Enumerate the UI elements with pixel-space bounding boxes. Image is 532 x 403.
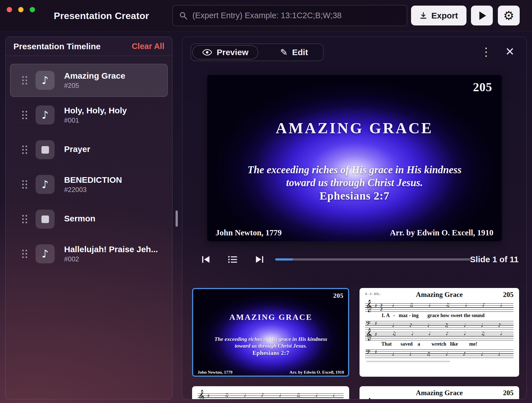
item-number: #205 (64, 82, 125, 90)
treble-clef-icon: 𝄞 (198, 392, 204, 399)
previous-slide-button[interactable] (199, 252, 213, 266)
notes-glyphs: ♫ ♩ ♩ ♪ ♩ ♫ ♩ (392, 331, 512, 336)
slide-preview: 205 AMAZING GRACE The exceeding riches o… (207, 75, 502, 241)
window-minimize-button[interactable] (18, 7, 24, 12)
time-signature: 32 (380, 303, 382, 311)
sheet-title: Amazing Grace (365, 291, 514, 299)
sharp-icon: ♯ (375, 303, 377, 309)
clear-all-button[interactable]: Clear All (132, 42, 164, 51)
treble-clef-icon: 𝄞 (366, 301, 372, 310)
sharp-icon: ♯ (207, 393, 210, 399)
treble-clef-icon: 𝄞 (366, 330, 372, 338)
timeline-header: Presentation Timeline Clear All (6, 37, 172, 56)
notes-glyphs: ♩ ♩ ♫ ♩ ♪ ♩ ♩ (392, 351, 512, 357)
present-button[interactable] (471, 6, 493, 25)
item-title: BENEDICTION (64, 175, 122, 185)
pencil-icon: ✎ (280, 47, 288, 58)
musical-staff: 𝄢 ♯ ♩ ♪ ♩ ♫ ♩ ♩ ♪ (365, 321, 514, 329)
thumbnail-sheet-music-3[interactable]: Amazing Grace 205 𝄞 ♯ ♩ ♫ ♩ ♩ ♪ ♩ ♫ (360, 386, 519, 399)
musical-staff: 𝄢 ♯ ♩ ♩ ♫ ♩ ♪ ♩ ♩ (365, 350, 514, 358)
item-number: #002 (64, 255, 158, 263)
previous-icon (201, 255, 211, 264)
thumbnail-sheet-music-2[interactable]: 𝄞 ♯ ♫ ♩ ♪ ♩ ♫ ♩ ♩ (192, 386, 349, 399)
drag-handle-icon[interactable] (22, 215, 27, 223)
eye-icon (202, 49, 212, 56)
item-title: Hallelujah! Praise Jeh... (64, 245, 158, 254)
notes-glyphs: ♩ ♪ ♩ ♫ ♩ ♩ ♪ (392, 322, 512, 328)
hymn-number: 205 (473, 80, 492, 94)
notes-glyphs: ♩ ♫ ♩ ♫ ♩ ♪ ♩ (392, 302, 512, 308)
author-credit: John Newton, 1779 (216, 228, 282, 237)
music-note-icon: ♪ (36, 175, 55, 194)
preview-panel: Preview ✎ Edit ⋮ × 205 AMAZING GRACE The… (182, 37, 527, 399)
copyright-line (366, 361, 450, 362)
music-note-icon: ♪ (36, 244, 55, 263)
timeline-item-sermon[interactable]: Sermon (10, 203, 168, 236)
item-title: Amazing Grace (64, 71, 125, 81)
export-button[interactable]: Export (411, 6, 466, 25)
sharp-icon: ♯ (375, 331, 377, 337)
music-note-icon: ♪ (36, 106, 55, 125)
slide-list-button[interactable] (226, 252, 240, 266)
timeline-item-amazing-grace[interactable]: ♪ Amazing Grace #205 (10, 64, 168, 97)
gear-icon: ⚙ (503, 10, 514, 22)
search-input[interactable] (192, 11, 401, 20)
timeline-item-benediction[interactable]: ♪ BENEDICTION #22003 (10, 168, 168, 201)
timeline-list: ♪ Amazing Grace #205 ♪ Holy, Holy, Holy … (6, 56, 172, 270)
drag-handle-icon[interactable] (22, 250, 27, 258)
expert-entry-search[interactable] (172, 5, 407, 26)
item-title: Sermon (64, 214, 95, 223)
sheet-number: 205 (503, 389, 514, 397)
download-icon (419, 12, 427, 20)
play-icon (479, 11, 486, 20)
next-slide-button[interactable] (252, 252, 266, 266)
lyric-line-2: That saved a wretch like me! (381, 341, 514, 347)
lyric-line-1: 1. A - maz - ing grace how sweet the sou… (381, 313, 514, 318)
close-preview-button[interactable]: × (501, 42, 518, 60)
sheet-title: Amazing Grace (365, 389, 514, 397)
drag-handle-icon[interactable] (22, 111, 27, 119)
thumbnail-slide-1-selected[interactable]: 205 AMAZING GRACE The exceeding riches o… (192, 288, 349, 377)
progress-fill (275, 258, 293, 261)
tab-edit[interactable]: ✎ Edit (274, 47, 313, 58)
drag-handle-icon[interactable] (22, 76, 27, 85)
slide-counter: Slide 1 of 11 (470, 255, 519, 264)
musical-staff: 𝄞 ♯ ♫ ♩ ♪ ♩ ♫ ♩ ♩ (198, 393, 344, 399)
window-zoom-button[interactable] (30, 7, 35, 12)
progress-bar[interactable] (275, 258, 470, 261)
timeline-item-hallelujah[interactable]: ♪ Hallelujah! Praise Jeh... #002 (10, 237, 168, 270)
timeline-title: Presentation Timeline (13, 42, 101, 51)
title-bar: Presentation Creator Export ⚙ (0, 0, 532, 31)
item-title: Holy, Holy, Holy (64, 106, 127, 115)
settings-button[interactable]: ⚙ (498, 6, 520, 25)
slide-body-text: The exceeding riches of His grace in His… (207, 163, 502, 189)
window-controls (7, 7, 35, 12)
drag-handle-icon[interactable] (22, 180, 27, 189)
window-close-button[interactable] (7, 7, 12, 12)
drag-handle-icon[interactable] (22, 146, 27, 154)
tab-preview[interactable]: Preview (192, 45, 258, 59)
timeline-item-prayer[interactable]: Prayer (10, 133, 168, 166)
export-label: Export (431, 11, 458, 20)
sheet-number: 205 (503, 291, 514, 299)
slide-title: AMAZING GRACE (207, 119, 502, 137)
bass-clef-icon: 𝄢 (366, 349, 370, 357)
music-note-icon: ♪ (36, 71, 55, 90)
arranger-credit: Arr. by Edwin O. Excell, 1910 (390, 228, 493, 237)
timeline-item-holy-holy-holy[interactable]: ♪ Holy, Holy, Holy #001 (10, 99, 168, 132)
item-title: Prayer (64, 144, 90, 154)
musical-staff: 𝄞 ♯ 32 ♩ ♫ ♩ ♫ ♩ ♪ ♩ (365, 303, 514, 312)
search-icon (179, 11, 188, 20)
generic-item-icon (36, 140, 55, 159)
item-number: #001 (64, 116, 127, 124)
sharp-icon: ♯ (375, 320, 377, 326)
thumbnail-sheet-music-1[interactable]: G - 3 - SOL↓ Amazing Grace 205 𝄞 ♯ 32 ♩ … (360, 288, 519, 377)
sidebar-scrollbar-thumb[interactable] (176, 210, 178, 227)
tab-edit-label: Edit (292, 48, 308, 57)
bass-clef-icon: 𝄢 (366, 320, 370, 329)
overflow-menu-button[interactable]: ⋮ (480, 43, 493, 60)
sharp-icon: ♯ (375, 349, 377, 355)
next-icon (254, 255, 264, 264)
list-icon (228, 256, 238, 263)
tab-preview-label: Preview (217, 48, 248, 57)
